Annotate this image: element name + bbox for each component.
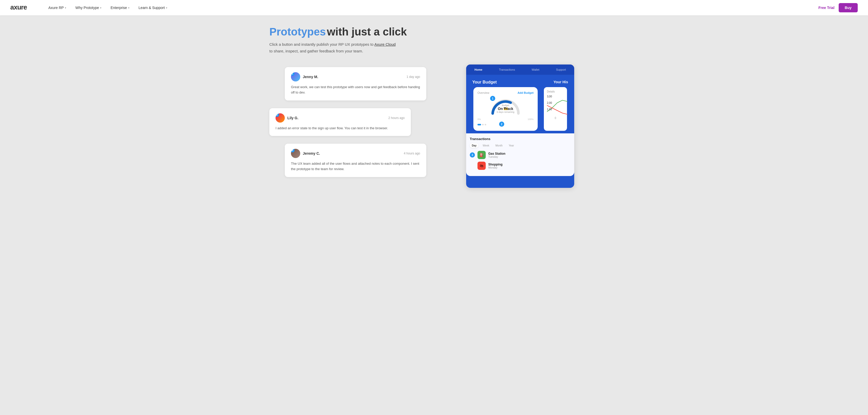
avatar-badge-1: 1 <box>291 72 294 76</box>
donut-scale: 0% 100% <box>477 118 533 120</box>
hero-description: Click a button and instantly publish you… <box>269 41 398 54</box>
tab-day[interactable]: Day <box>470 143 478 148</box>
transaction-info-2: Shopping Monday <box>488 163 570 169</box>
tab-month[interactable]: Month <box>493 143 505 148</box>
main-content: Prototypes with just a click Click a but… <box>254 15 614 208</box>
history-title: Your His <box>553 80 568 84</box>
budget-badge-2: 2 <box>499 122 504 127</box>
donut-dots <box>477 124 486 126</box>
chevron-down-icon: ▾ <box>65 6 66 9</box>
brand-logo[interactable]: axure <box>10 3 33 13</box>
budget-center-text: Budget On Track 6 days remaining <box>497 104 515 113</box>
avatar-lily: 2 <box>276 113 285 123</box>
transaction-day-2: Monday <box>488 166 570 169</box>
app-nav-transactions[interactable]: Transactions <box>499 68 515 71</box>
hero-title-wrapper: Prototypes with just a click <box>269 26 599 38</box>
nav-item-why-prototype[interactable]: Why Prototype ▾ <box>71 0 106 15</box>
comment-time-3: 4 hours ago <box>404 151 420 155</box>
nav-item-enterprise[interactable]: Enterprise ▾ <box>106 0 134 15</box>
buy-button[interactable]: Buy <box>839 3 858 12</box>
transaction-name-2: Shopping <box>488 163 570 166</box>
h-val-2: 2,00 <box>547 102 552 104</box>
comment-card-2: 2 Lily G. 2 hours ago I added an error s… <box>269 108 411 136</box>
comment-header-3: 3 Jeremy C. 4 hours ago <box>291 149 420 158</box>
app-nav-wallet[interactable]: Wallet <box>531 68 539 71</box>
nav-item-learn-support[interactable]: Learn & Support ▾ <box>134 0 172 15</box>
dot-2 <box>482 124 484 126</box>
comment-header-2: 2 Lily G. 2 hours ago <box>276 113 405 123</box>
axure-cloud-link[interactable]: Axure Cloud <box>374 42 396 46</box>
transactions-section: Transactions Day Week Month Year 3 ⛽ <box>466 133 574 176</box>
gas-station-icon: ⛽ <box>477 151 486 159</box>
budget-card-header: Overview Add Budget <box>477 91 533 94</box>
comment-name-1: Jenny M. <box>303 75 406 79</box>
chevron-down-icon: ▾ <box>100 6 101 9</box>
svg-text:axure: axure <box>10 3 27 11</box>
transaction-day-1: Tuesday <box>488 155 570 158</box>
dot-3 <box>485 124 486 126</box>
comment-text-1: Great work, we can test this prototype w… <box>291 84 420 95</box>
avatar-badge-3: 3 <box>291 149 294 152</box>
comment-card-1: 1 Jenny M. 1 day ago Great work, we can … <box>285 67 426 101</box>
comment-time-2: 2 hours ago <box>389 116 405 120</box>
scale-right: 100% <box>528 118 533 120</box>
budget-label: Budget <box>497 104 515 107</box>
comment-name-2: Lily G. <box>287 116 389 120</box>
history-chart: 3,00 2,00 1,00 <box>547 95 564 116</box>
comment-header-1: 1 Jenny M. 1 day ago <box>291 72 420 81</box>
content-columns: 1 Jenny M. 1 day ago Great work, we can … <box>269 65 599 188</box>
overview-label: Overview <box>477 91 489 94</box>
navbar: axure Axure RP ▾ Why Prototype ▾ Enterpr… <box>0 0 868 15</box>
app-nav-support[interactable]: Support <box>556 68 566 71</box>
comment-name-3: Jeremy C. <box>303 151 404 155</box>
comments-column: 1 Jenny M. 1 day ago Great work, we can … <box>269 65 426 177</box>
avatar-jeremy: 3 <box>291 149 300 158</box>
transaction-badge-3: 3 <box>470 152 475 158</box>
mockup-column: Home Transactions Wallet Support Your Bu… <box>442 65 599 188</box>
tab-year[interactable]: Year <box>507 143 516 148</box>
hero-section: Prototypes with just a click Click a but… <box>269 26 599 54</box>
chevron-down-icon: ▾ <box>128 6 129 9</box>
app-budget-section: Your Budget Your His <box>466 75 574 84</box>
comment-text-2: I added an error state to the sign up us… <box>276 126 405 131</box>
dot-active <box>477 124 481 126</box>
transactions-title: Transactions <box>470 137 570 141</box>
shopping-icon: 🛍 <box>477 162 486 170</box>
history-values: 3,00 2,00 1,00 <box>547 95 552 111</box>
scale-left: 0% <box>477 118 481 120</box>
chevron-down-icon: ▾ <box>166 6 167 9</box>
budget-status: On Track <box>497 107 515 111</box>
transaction-name-1: Gas Station <box>488 152 570 155</box>
h-val-3: 1,00 <box>547 108 552 111</box>
transaction-info-1: Gas Station Tuesday <box>488 152 570 158</box>
nav-item-axure-rp[interactable]: Axure RP ▾ <box>44 0 71 15</box>
nav-links: Axure RP ▾ Why Prototype ▾ Enterprise ▾ … <box>44 0 818 15</box>
h-val-1: 3,00 <box>547 95 552 98</box>
comment-text-3: The UX team added all of the user flows … <box>291 161 420 172</box>
app-inner: Home Transactions Wallet Support Your Bu… <box>466 65 574 188</box>
app-nav-home[interactable]: Home <box>474 68 483 71</box>
avatar-jenny: 1 <box>291 72 300 81</box>
budget-card: Overview Add Budget <box>473 87 538 131</box>
budget-days: 6 days remaining <box>497 111 515 113</box>
donut-chart-wrapper: 💳 1 Budget On Track 6 days remaining <box>477 97 533 115</box>
tab-week[interactable]: Week <box>480 143 491 148</box>
cards-row: Overview Add Budget <box>466 84 574 133</box>
free-trial-link[interactable]: Free Trial <box>818 6 834 10</box>
app-mockup: Home Transactions Wallet Support Your Bu… <box>466 65 574 188</box>
history-details-label: Details <box>547 90 564 93</box>
budget-badge-1: 1 <box>490 96 495 101</box>
badge2-row: 2 <box>477 120 533 127</box>
time-tabs: Day Week Month Year <box>470 143 570 148</box>
hero-title-colored: Prototypes <box>269 26 326 38</box>
budget-title: Your Budget <box>472 80 497 84</box>
transaction-item-2: 🛍 Shopping Monday <box>470 162 570 170</box>
history-panel: Details 3,00 <box>544 87 567 131</box>
add-budget-link[interactable]: Add Budget <box>518 91 533 94</box>
comment-card-3: 3 Jeremy C. 4 hours ago The UX team adde… <box>285 144 426 177</box>
history-zero: 0 <box>547 117 564 119</box>
nav-actions: Free Trial Buy <box>818 3 858 12</box>
transaction-item-1: 3 ⛽ Gas Station Tuesday <box>470 151 570 159</box>
app-nav: Home Transactions Wallet Support <box>466 65 574 75</box>
avatar-badge-2: 2 <box>276 113 279 117</box>
